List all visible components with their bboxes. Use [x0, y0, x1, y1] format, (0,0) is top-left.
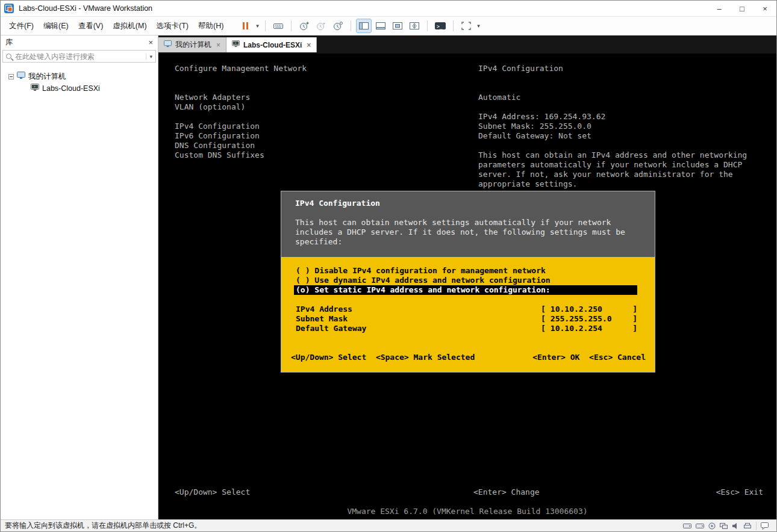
esxi-version-label: VMware ESXi 6.7.0 (VMKernel Release Buil…: [158, 507, 776, 516]
radio-option-dynamic-ipv4[interactable]: ( ) Use dynamic IPv4 address and network…: [294, 276, 637, 285]
fit-window-now-button[interactable]: [407, 19, 422, 32]
toolbar: ▾: [237, 19, 482, 32]
computer-icon: [17, 72, 25, 81]
status-message: 要将输入定向到该虚拟机，请在虚拟机内部单击或按 Ctrl+G。: [5, 521, 201, 531]
suspend-vm-button[interactable]: [238, 19, 252, 32]
field-label: Default Gateway: [296, 324, 366, 333]
library-sidebar: 库 × ▾ 我的计算机: [1, 36, 158, 519]
show-thumbnail-bar-button[interactable]: [373, 19, 388, 32]
sound-icon[interactable]: [732, 522, 739, 530]
bracket-close: ]: [632, 305, 637, 314]
esxi-host-icon: [232, 40, 240, 49]
cdrom-icon[interactable]: [708, 522, 716, 530]
close-button[interactable]: ×: [754, 1, 776, 16]
search-icon: [6, 54, 11, 59]
field-ipv4-address[interactable]: IPv4 Address [10.10.2.250]: [296, 305, 637, 314]
field-value: 10.10.2.250: [546, 305, 602, 314]
message-icon[interactable]: [761, 522, 769, 530]
power-options-caret-icon[interactable]: ▾: [254, 23, 261, 29]
console-hint-esc: <Esc> Exit: [716, 487, 763, 497]
statusbar-separator: [756, 522, 757, 530]
field-subnet-mask[interactable]: Subnet Mask [255.255.255.0]: [296, 314, 637, 324]
send-ctrl-alt-del-button[interactable]: [271, 19, 286, 32]
toolbar-separator: [351, 20, 351, 31]
harddisk-icon[interactable]: [683, 522, 691, 530]
tree-item-labs-cloud-esxi[interactable]: Labs-Cloud-ESXi: [1, 82, 158, 94]
toolbar-separator: [427, 20, 428, 31]
console-right-title: IPv4 Configuration: [478, 64, 563, 73]
bracket-close: ]: [632, 314, 637, 324]
titlebar: Labs-Cloud-ESXi - VMware Workstation – □…: [1, 1, 776, 16]
dialog-hints-left: <Up/Down> Select <Space> Mark Selected: [291, 353, 475, 362]
take-snapshot-button[interactable]: [297, 19, 311, 32]
device-status-icons: [683, 522, 772, 530]
tab-label: 我的计算机: [175, 40, 211, 50]
svg-text:>_: >_: [437, 24, 443, 29]
vm-console-screen[interactable]: Configure Management Network IPv4 Config…: [158, 54, 776, 519]
dialog-key-hints: <Up/Down> Select <Space> Mark Selected <…: [291, 353, 646, 362]
search-input[interactable]: [15, 52, 146, 61]
maximize-button[interactable]: □: [731, 1, 754, 16]
bracket-open: [: [541, 305, 546, 314]
dialog-hints-right: <Enter> OK <Esc> Cancel: [532, 353, 646, 362]
vmware-workstation-logo-icon: [4, 4, 14, 13]
dialog-description: This host can obtain network settings au…: [295, 218, 625, 247]
tree-item-label: 我的计算机: [28, 72, 66, 82]
menu-edit[interactable]: 编辑(E): [39, 19, 73, 34]
dialog-title: IPv4 Configuration: [295, 199, 380, 208]
tree-item-my-computer[interactable]: 我的计算机: [1, 70, 158, 82]
bracket-open: [: [541, 324, 546, 333]
tab-labs-cloud-esxi[interactable]: Labs-Cloud-ESXi ×: [226, 37, 317, 52]
show-library-button[interactable]: [357, 19, 371, 32]
fit-guest-now-button[interactable]: [390, 19, 405, 32]
minimize-button[interactable]: –: [708, 1, 731, 16]
window-controls: – □ ×: [708, 1, 776, 16]
field-value-box[interactable]: [10.10.2.254]: [541, 324, 637, 333]
console-left-title: Configure Management Network: [175, 64, 307, 73]
search-dropdown-icon[interactable]: ▾: [146, 54, 152, 60]
printer-icon[interactable]: [743, 522, 752, 530]
content-area: 我的计算机 × Labs-Cloud-ESXi × Configure Mana…: [158, 36, 776, 519]
console-hint-enter: <Enter> Change: [473, 487, 540, 497]
library-tree: 我的计算机 Labs-Cloud-ESXi: [1, 64, 158, 94]
library-search: ▾: [2, 50, 156, 63]
field-value-box[interactable]: [255.255.255.0]: [541, 314, 637, 324]
dialog-body: ( ) Disable IPv4 configuration for manag…: [281, 257, 655, 372]
tree-collapse-icon[interactable]: [8, 74, 14, 79]
field-default-gateway[interactable]: Default Gateway [10.10.2.254]: [296, 324, 637, 333]
toolbar-separator: [291, 20, 292, 31]
radio-option-static-ipv4[interactable]: (o) Set static IPv4 address and network …: [294, 285, 637, 295]
library-title: 库: [5, 37, 13, 48]
ipv4-configuration-dialog: IPv4 Configuration This host can obtain …: [281, 191, 655, 373]
menu-file[interactable]: 文件(F): [4, 19, 39, 34]
library-close-icon[interactable]: ×: [148, 38, 153, 47]
field-value-box[interactable]: [10.10.2.250]: [541, 305, 637, 314]
manage-snapshots-button[interactable]: [331, 19, 345, 32]
tabstrip: 我的计算机 × Labs-Cloud-ESXi ×: [158, 36, 776, 54]
menu-vm[interactable]: 虚拟机(M): [108, 19, 151, 34]
dialog-header: IPv4 Configuration This host can obtain …: [281, 191, 655, 257]
tab-close-icon[interactable]: ×: [216, 41, 220, 49]
toolbar-separator: [265, 20, 266, 31]
ipv4-mode-label: Automatic: [478, 93, 520, 102]
menu-help[interactable]: 帮助(H): [193, 19, 228, 34]
library-header: 库 ×: [1, 36, 158, 49]
tab-my-computer[interactable]: 我的计算机 ×: [158, 37, 226, 52]
fullscreen-caret-icon[interactable]: ▾: [475, 23, 482, 29]
radio-option-disable-ipv4[interactable]: ( ) Disable IPv4 configuration for manag…: [294, 266, 637, 276]
menu-view[interactable]: 查看(V): [73, 19, 108, 34]
tab-close-icon[interactable]: ×: [307, 41, 311, 49]
revert-snapshot-button[interactable]: [314, 19, 328, 32]
harddisk-icon[interactable]: [696, 522, 704, 530]
fullscreen-button[interactable]: [459, 19, 473, 32]
tab-label: Labs-Cloud-ESXi: [243, 41, 302, 49]
tree-item-label: Labs-Cloud-ESXi: [42, 84, 100, 93]
network-adapter-icon[interactable]: [720, 522, 728, 530]
terminal-icon[interactable]: >_: [433, 19, 448, 32]
network-menu-list: Network Adapters VLAN (optional) IPv4 Co…: [175, 93, 264, 160]
console-hint-updown: <Up/Down> Select: [175, 487, 250, 497]
window-title: Labs-Cloud-ESXi - VMware Workstation: [19, 4, 152, 13]
ipv4-description: This host can obtain an IPv4 address and…: [478, 150, 747, 189]
statusbar: 要将输入定向到该虚拟机，请在虚拟机内部单击或按 Ctrl+G。: [1, 519, 776, 531]
menu-tabs[interactable]: 选项卡(T): [152, 19, 193, 34]
